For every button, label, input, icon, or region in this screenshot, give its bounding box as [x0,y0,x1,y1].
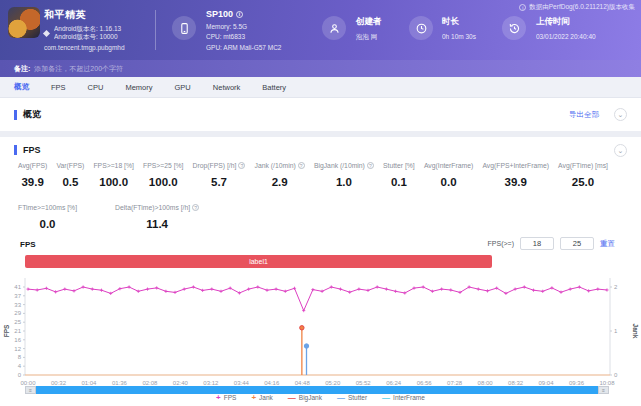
stat-label: FPS>=18 [%] [93,162,133,169]
creator-block: 创建者 泡泡 网 [356,16,382,42]
fps-stat: Stutter [%]0.1 [383,162,415,188]
stat-value: 0.1 [383,176,415,188]
fps-stat: Var(FPS)0.5 [56,162,84,188]
legend-label: Stutter [348,394,367,401]
help-icon[interactable]: ? [367,162,374,169]
stat-value: 0.0 [424,176,473,188]
legend-item-BigJank[interactable]: —BigJank [288,394,322,401]
stat-value: 39.9 [18,176,47,188]
duration-block: 时长 0h 10m 30s [442,16,476,40]
fps-stat: BigJank (/10min)?1.0 [314,162,374,188]
fps-stat: Drop(FPS) [/h]?5.7 [193,162,246,188]
stat-label-text: Avg(FPS) [18,162,47,169]
stat-value: 1.0 [314,176,374,188]
device-gpu: GPU: ARM Mali-G57 MC2 [206,44,282,51]
svg-text:21: 21 [14,328,21,334]
tab-CPU[interactable]: CPU [88,83,104,92]
svg-text:25: 25 [14,319,21,325]
fps-stat: Avg(InterFrame)0.0 [424,162,473,188]
tab-概览[interactable]: 概览 [14,82,29,92]
fps-chart-svg: 413733292521161284021000:0000:3201:0401:… [0,268,641,386]
tab-Network[interactable]: Network [213,83,241,92]
upload-time-icon [502,16,526,40]
threshold-low-input[interactable] [520,237,554,250]
fps-stats-row1: Avg(FPS)39.9Var(FPS)0.5FPS>=18 [%]100.0F… [18,162,608,188]
svg-text:37: 37 [14,293,21,299]
svg-text:2: 2 [614,284,618,290]
legend-marker: — [382,395,390,401]
app-package: com.tencent.tmgp.pubgmhd [44,44,125,51]
stat-value: 11.4 [115,218,199,230]
stat-label: Avg(FTime) [ms] [558,162,608,169]
stat-value: 25.0 [558,176,608,188]
tab-Battery[interactable]: Battery [262,83,286,92]
creator-value: 泡泡 网 [356,33,382,42]
stat-label-text: FPS>=25 [%] [143,162,183,169]
stat-label: Avg(FPS) [18,162,47,169]
stat-value: 39.9 [482,176,549,188]
upload-label: 上传时间 [536,16,596,28]
help-icon[interactable]: ? [298,162,305,169]
scrollbar-left-handle[interactable]: ≡ [25,386,36,394]
stat-label: Delta(FTime)>100ms [/h]? [115,204,199,211]
legend-item-FPS[interactable]: +FPS [216,394,236,401]
stat-value: 0.5 [56,176,84,188]
stat-label-text: Delta(FTime)>100ms [/h] [115,204,190,211]
chart-label-banner[interactable]: label1 [25,255,492,268]
overview-title: 概览 [23,108,41,121]
svg-text:4: 4 [18,363,22,369]
fps-stat: FPS>=25 [%]100.0 [143,162,183,188]
svg-text:Jank: Jank [632,324,639,339]
legend-label: Jank [259,394,273,401]
stat-label-text: Jank (/10min) [255,162,296,169]
device-memory: Memory: 5.5G [206,23,282,30]
fps-stat: FTime>=100ms [%]0.0 [18,204,77,230]
note-placeholder: 添加备注，不超过200个字符 [34,64,123,74]
legend-item-Stutter[interactable]: —Stutter [337,394,367,401]
tab-GPU[interactable]: GPU [175,83,191,92]
threshold-reset-button[interactable]: 重置 [600,239,615,249]
threshold-high-input[interactable] [560,237,594,250]
legend-label: FPS [224,394,237,401]
legend-marker: + [251,395,256,401]
stat-label-text: FTime>=100ms [%] [18,204,77,211]
header-divider [155,10,156,50]
help-icon[interactable]: ? [192,204,199,211]
stat-value: 0.0 [18,218,77,230]
svg-text:8: 8 [18,354,22,360]
note-bar[interactable]: 备注: 添加备注，不超过200个字符 [0,60,641,77]
duration-label: 时长 [442,16,476,28]
legend-item-InterFrame[interactable]: —InterFrame [382,394,425,401]
export-all-link[interactable]: 导出全部 [569,110,599,120]
tab-FPS[interactable]: FPS [51,83,66,92]
help-icon[interactable]: ? [238,162,245,169]
phone-icon [172,16,196,40]
svg-text:16: 16 [14,337,21,343]
svg-text:12: 12 [14,346,21,352]
report-header: 和平精英 Android版本名: 1.16.13 Android版本号: 100… [0,0,641,60]
overview-collapse-button[interactable]: ⌄ [614,108,627,121]
tab-Memory[interactable]: Memory [125,83,152,92]
stat-label: Var(FPS) [56,162,84,169]
threshold-label: FPS(>=) [488,240,514,247]
chart-scrollbar[interactable]: ≡ ≡ [25,386,609,394]
device-cpu: CPU: mt6833 [206,33,282,40]
fps-collapse-button[interactable]: ⌄ [614,144,627,157]
fps-threshold-controls: FPS(>=) 重置 [488,237,615,250]
device-info-icon[interactable]: i [236,11,243,18]
stat-label-text: Drop(FPS) [/h] [193,162,237,169]
svg-text:41: 41 [14,284,21,290]
svg-text:1: 1 [614,328,618,334]
fps-stat: Jank (/10min)?2.9 [255,162,305,188]
legend-item-Jank[interactable]: +Jank [251,394,272,401]
fps-stat: Delta(FTime)>100ms [/h]?11.4 [115,204,199,230]
legend-marker: — [337,395,345,401]
scrollbar-right-handle[interactable]: ≡ [598,386,609,394]
stat-label-text: Avg(FPS+InterFrame) [482,162,549,169]
stat-label-text: Var(FPS) [56,162,84,169]
stat-label: BigJank (/10min)? [314,162,374,169]
stat-value: 100.0 [143,176,183,188]
user-icon [322,16,346,40]
fps-stat: FPS>=18 [%]100.0 [93,162,133,188]
creator-label: 创建者 [356,16,382,28]
